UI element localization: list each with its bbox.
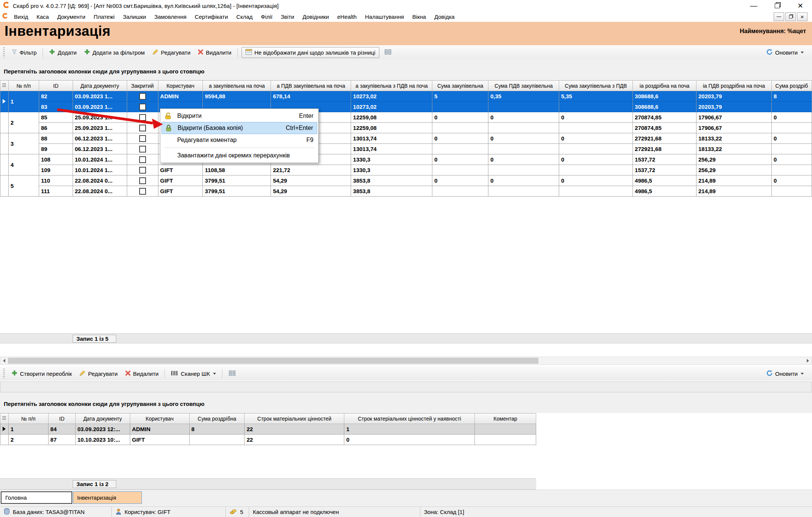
cell-date[interactable]: 25.09.2023 1...	[73, 112, 127, 123]
cell-value[interactable]: 214,89	[696, 186, 772, 197]
cell-closed[interactable]	[127, 102, 158, 112]
cell-num[interactable]: 1	[8, 424, 48, 435]
cell-value[interactable]: 12259,08	[351, 123, 432, 133]
cell-closed[interactable]	[127, 133, 158, 144]
cell-value[interactable]: 272921,68	[633, 144, 696, 154]
cell-value[interactable]: 8	[771, 91, 812, 102]
cell-value[interactable]: 0	[432, 175, 488, 186]
cell-value[interactable]: 256,29	[696, 165, 772, 175]
cell-value[interactable]	[432, 144, 488, 154]
closed-checkbox[interactable]	[139, 104, 146, 110]
mdi-minimize-button[interactable]: —	[774, 12, 784, 21]
menu-item-Вихід[interactable]: Вихід	[10, 12, 32, 21]
cell-value[interactable]	[559, 102, 633, 112]
cell-date[interactable]: 22.08.2024 0...	[73, 175, 127, 186]
grid1-column-header[interactable]: Сума ПДВ закупівельна	[488, 81, 559, 91]
menu-item-Каса[interactable]: Каса	[32, 12, 53, 21]
horizontal-scrollbar[interactable]	[0, 357, 812, 365]
cell-value[interactable]: 13013,74	[351, 144, 432, 154]
grid1-row-82[interactable]: 18203.09.2023 1...ADMIN9594,88678,141027…	[0, 91, 812, 102]
grid1-column-header[interactable]: а ПДВ закупівельна на поча	[271, 81, 351, 91]
cell-value[interactable]: 3853,8	[351, 186, 432, 197]
closed-checkbox[interactable]	[139, 114, 146, 121]
column-chooser-button-bottom[interactable]	[226, 369, 238, 379]
grid1-row-89[interactable]: 8906.12.2023 1...13013,74272921,6818133,…	[0, 144, 812, 154]
cell-value[interactable]: 0	[559, 154, 633, 165]
grid1-column-header[interactable]	[0, 81, 9, 91]
add-by-filter-button[interactable]: Додати за фільтром	[82, 47, 147, 58]
cell-value[interactable]: 308688,6	[633, 102, 696, 112]
cell-value[interactable]: 10273,02	[351, 91, 432, 102]
grid1-column-header[interactable]: Закритий	[127, 81, 158, 91]
grid1-column-header[interactable]: іа роздрібна на поча	[633, 81, 696, 91]
cell-id[interactable]: 108	[39, 154, 73, 165]
cell-value[interactable]	[432, 102, 488, 112]
cell-closed[interactable]	[127, 91, 158, 102]
grid1-column-header[interactable]: ID	[39, 81, 73, 91]
cell-value[interactable]: 13013,74	[351, 133, 432, 144]
cell-value[interactable]: 221,72	[271, 165, 351, 175]
scroll-right-arrow[interactable]	[804, 357, 812, 364]
cell-date[interactable]: 06.12.2023 1...	[73, 133, 127, 144]
cell-value[interactable]: 0	[771, 175, 812, 186]
cell-comment[interactable]	[475, 424, 536, 435]
hide-balances-toggle-button[interactable]: Не відображати дані щодо залишків та різ…	[242, 47, 379, 58]
cell-id[interactable]: 85	[39, 112, 73, 123]
cell-value[interactable]: 18133,22	[696, 133, 772, 144]
cell-value[interactable]: 272921,68	[633, 133, 696, 144]
refresh-button[interactable]: Оновити	[764, 47, 806, 58]
cell-date[interactable]: 06.12.2023 1...	[73, 144, 127, 154]
grid2-column-header[interactable]: Строк матеріальних цінностей у наявності	[344, 413, 475, 424]
menu-item-Документи[interactable]: Документи	[53, 12, 90, 21]
closed-checkbox[interactable]	[139, 135, 146, 142]
menu-item-Сертифікати[interactable]: Сертифікати	[191, 12, 232, 21]
toolbar-drag-handle[interactable]	[3, 47, 5, 57]
grid2-column-header[interactable]: Коментар	[475, 413, 536, 424]
cell-date[interactable]: 10.01.2024 1...	[73, 165, 127, 175]
cell-value[interactable]	[771, 123, 812, 133]
cell-value[interactable]: 270874,85	[633, 123, 696, 133]
closed-checkbox[interactable]	[139, 125, 146, 131]
group-by-panel[interactable]: Перетягніть заголовок колонки сюди для у…	[0, 59, 812, 80]
cell-closed[interactable]	[127, 144, 158, 154]
grid2-column-header[interactable]	[0, 413, 9, 424]
delete-button-bottom[interactable]: Видалити	[123, 369, 161, 379]
cell-value[interactable]: 3799,51	[203, 175, 271, 186]
grid2-column-header[interactable]: Дата документу	[75, 413, 130, 424]
closed-checkbox[interactable]	[139, 188, 146, 195]
grid2-column-header[interactable]: Користувач	[130, 413, 189, 424]
cell-closed[interactable]	[127, 112, 158, 123]
cell-closed[interactable]	[127, 165, 158, 175]
cell-value[interactable]: 1330,3	[351, 165, 432, 175]
mdi-close-button[interactable]: ×	[797, 12, 807, 21]
grid1-column-header[interactable]: а закупівельна на поча	[203, 81, 271, 91]
restore-button[interactable]	[765, 0, 789, 11]
grid1-row-110[interactable]: 511022.08.2024 0...GIFT3799,5154,293853,…	[0, 175, 812, 186]
cell-id[interactable]: 83	[39, 102, 73, 112]
cell-value[interactable]: 256,29	[696, 154, 772, 165]
cell-value[interactable]: 1537,72	[633, 154, 696, 165]
cell-term[interactable]: 22	[245, 435, 344, 445]
scrollbar-thumb[interactable]	[8, 358, 538, 364]
menu-item-Налаштування[interactable]: Налаштування	[361, 12, 408, 21]
grid2-column-header[interactable]: Сума роздрібна	[189, 413, 245, 424]
refresh-button-bottom[interactable]: Оновити	[764, 368, 806, 379]
menu-item-Вікна[interactable]: Вікна	[408, 12, 430, 21]
cell-user[interactable]: GIFT	[130, 435, 189, 445]
cell-value[interactable]: 0	[432, 154, 488, 165]
cell-value[interactable]: 54,29	[271, 175, 351, 186]
grid1-column-header[interactable]: іа ПДВ роздрібна на поча	[696, 81, 772, 91]
cell-value[interactable]: 10273,02	[351, 102, 432, 112]
add-button[interactable]: Додати	[47, 47, 79, 58]
cell-user[interactable]: ADMIN	[130, 424, 189, 435]
cell-value[interactable]	[559, 186, 633, 197]
menu-item-Склад[interactable]: Склад	[232, 12, 257, 21]
closed-checkbox[interactable]	[139, 93, 146, 100]
tab-inventory[interactable]: Інвентаризація	[73, 491, 142, 504]
close-button[interactable]: ×	[789, 0, 812, 11]
grid2-column-header[interactable]: Строк матеріальних цінностей	[245, 413, 344, 424]
cell-term[interactable]: 22	[245, 424, 344, 435]
cell-value[interactable]: 0	[771, 133, 812, 144]
cell-value[interactable]: 54,29	[271, 186, 351, 197]
cell-value[interactable]: 1330,3	[351, 154, 432, 165]
